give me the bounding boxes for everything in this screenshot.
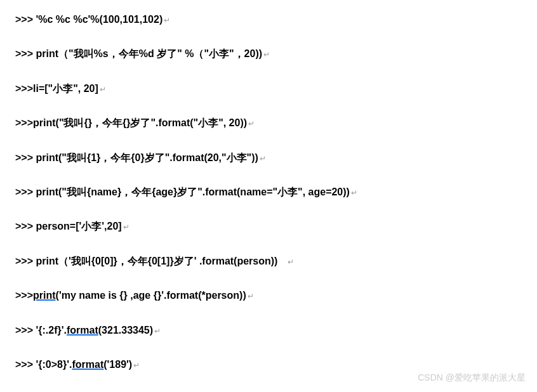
newline-icon: ↵ bbox=[288, 258, 294, 266]
code-line: >>> print("我叫{name}，今年{age}岁了".format(na… bbox=[15, 185, 522, 199]
newline-icon: ↵ bbox=[100, 85, 106, 94]
code-line: >>> print（'我叫{0[0]}，今年{0[1]}岁了' .format(… bbox=[15, 254, 522, 268]
newline-icon: ↵ bbox=[248, 292, 254, 301]
code-line: >>> print("我叫{1}，今年{0}岁了".format(20,"小李"… bbox=[15, 151, 522, 165]
newline-icon: ↵ bbox=[351, 188, 357, 197]
code-line: >>> person=['小李',20]↵ bbox=[15, 219, 522, 233]
watermark-text: CSDN @爱吃苹果的派大星 bbox=[418, 372, 526, 384]
newline-icon: ↵ bbox=[263, 50, 270, 59]
code-line: >>>print('my name is {} ,age {}'.format(… bbox=[15, 289, 522, 303]
code-line: >>>li=["小李", 20]↵ bbox=[15, 82, 522, 96]
newline-icon: ↵ bbox=[164, 16, 170, 25]
underlined-text: format bbox=[72, 359, 103, 370]
code-line: >>> '{:.2f}'.format(321.33345)↵ bbox=[15, 323, 522, 337]
newline-icon: ↵ bbox=[133, 361, 140, 370]
code-line: >>>print("我叫{}，今年{}岁了".format("小李", 20))… bbox=[15, 116, 522, 130]
code-line: >>> '%c %c %c'%(100,101,102)↵ bbox=[15, 13, 522, 27]
code-line: >>> '{:0>8}'.format('189')↵ bbox=[15, 358, 522, 372]
code-line: >>> print（"我叫%s，今年%d 岁了" %（"小李"，20))↵ bbox=[15, 47, 522, 61]
underlined-text: print bbox=[33, 290, 56, 301]
newline-icon: ↵ bbox=[123, 223, 129, 232]
newline-icon: ↵ bbox=[154, 327, 161, 336]
code-block: >>> '%c %c %c'%(100,101,102)↵>>> print（"… bbox=[15, 13, 522, 372]
newline-icon: ↵ bbox=[248, 119, 255, 128]
newline-icon: ↵ bbox=[260, 154, 266, 163]
underlined-text: format bbox=[67, 325, 98, 336]
